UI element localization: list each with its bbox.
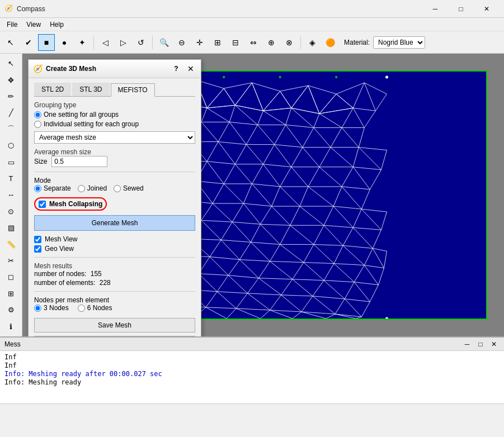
- svg-marker-45: [235, 164, 263, 184]
- mesh-size-dropdown[interactable]: Average mesh size: [34, 131, 195, 144]
- menu-file[interactable]: File: [2, 20, 22, 30]
- radio-one-setting-label[interactable]: One setting for all groups: [44, 111, 119, 118]
- svg-marker-64: [333, 206, 361, 227]
- toolbar-star[interactable]: ✦: [74, 34, 91, 51]
- mode-separate-radio[interactable]: [34, 185, 41, 192]
- sidebar-move[interactable]: ✥: [3, 72, 20, 87]
- toolbar-square[interactable]: ■: [38, 34, 55, 51]
- mode-joined-radio[interactable]: [78, 185, 85, 192]
- sidebar-arc[interactable]: ⌒: [3, 122, 20, 137]
- geo-view-checkbox[interactable]: [34, 245, 41, 253]
- three-nodes-radio[interactable]: [34, 305, 41, 312]
- menu-help[interactable]: Help: [45, 20, 68, 30]
- sidebar-rect[interactable]: ▭: [3, 154, 20, 169]
- radio-one-setting-input[interactable]: [34, 111, 41, 118]
- svg-marker-70: [290, 225, 324, 244]
- svg-marker-26: [229, 122, 257, 144]
- toolbar-3d[interactable]: ⊕: [263, 34, 280, 51]
- menu-view[interactable]: View: [22, 20, 45, 30]
- svg-marker-38: [303, 148, 331, 167]
- tab-mefisto[interactable]: MEFISTO: [111, 83, 155, 97]
- toolbar-rotate[interactable]: ⊟: [227, 34, 244, 51]
- svg-marker-7: [336, 83, 364, 108]
- toolbar-sep-1: [93, 36, 94, 49]
- toolbar-arrow[interactable]: ↖: [2, 34, 19, 51]
- save-mesh-button[interactable]: Save Mesh: [34, 318, 195, 332]
- svg-marker-68: [232, 222, 260, 242]
- mode-sewed-label[interactable]: Sewed: [123, 184, 144, 192]
- toolbar-zoom-out[interactable]: ⊖: [173, 34, 190, 51]
- toolbar-color[interactable]: 🟠: [322, 34, 338, 51]
- svg-marker-92: [228, 276, 258, 293]
- sidebar-scissors[interactable]: ✂: [3, 253, 20, 268]
- mesh-collapsing-label[interactable]: Mesh Collapsing: [49, 200, 102, 208]
- mesh-view-checkbox[interactable]: [34, 236, 41, 243]
- toolbar-node[interactable]: ◈: [304, 34, 321, 51]
- radio-individual-setting-input[interactable]: [34, 121, 41, 128]
- sidebar-grid[interactable]: ⊞: [3, 286, 20, 301]
- sidebar-draw[interactable]: ✏: [3, 89, 20, 104]
- mode-sewed-radio[interactable]: [114, 185, 121, 192]
- toolbar-circle[interactable]: ●: [56, 34, 73, 51]
- tab-stl3d[interactable]: STL 3D: [72, 83, 109, 96]
- log-content: Inf Inf Info: Meshing ready after 00:00.…: [0, 351, 504, 403]
- minimize-button[interactable]: ─: [422, 0, 448, 18]
- mesh-results-section: Mesh results number of nodes: 155 number…: [34, 262, 195, 287]
- svg-marker-19: [291, 86, 319, 113]
- mesh-collapsing-checkbox[interactable]: [39, 201, 46, 208]
- sidebar-measure[interactable]: 📏: [3, 236, 20, 251]
- close-dialog-button[interactable]: Close: [34, 336, 195, 336]
- toolbar-forward[interactable]: ▷: [115, 34, 131, 51]
- sidebar-eraser[interactable]: ◻: [3, 269, 20, 284]
- toolbar-back[interactable]: ◁: [97, 34, 114, 51]
- mode-row: Separate Joined Sewed: [34, 184, 195, 194]
- sidebar-settings[interactable]: ⚙: [3, 302, 20, 317]
- mode-joined-label[interactable]: Joined: [87, 184, 107, 192]
- mode-sewed: Sewed: [114, 184, 144, 192]
- material-select[interactable]: Nogrid Blue: [373, 36, 425, 49]
- sidebar-text[interactable]: T: [3, 171, 20, 186]
- log-minimize-button[interactable]: ─: [461, 339, 473, 350]
- sidebar-polygon[interactable]: ⬡: [3, 138, 20, 153]
- mode-separate-label[interactable]: Separate: [44, 184, 71, 192]
- svg-marker-14: [207, 105, 235, 122]
- maximize-button[interactable]: □: [448, 0, 474, 18]
- sidebar-line[interactable]: ╱: [3, 105, 20, 120]
- radio-individual-setting: Individual setting for each group: [34, 120, 195, 128]
- sidebar-info[interactable]: ℹ: [3, 319, 20, 334]
- toolbar-refresh[interactable]: ↺: [133, 34, 149, 51]
- svg-marker-87: [334, 264, 364, 282]
- toolbar-mesh[interactable]: ⊗: [281, 34, 298, 51]
- toolbar-pan[interactable]: ✛: [191, 34, 208, 51]
- dialog-help-button[interactable]: ?: [171, 63, 182, 74]
- log-restore-button[interactable]: □: [475, 339, 486, 350]
- sidebar-select[interactable]: ↖: [3, 56, 20, 71]
- six-nodes-label[interactable]: 6 Nodes: [87, 304, 112, 312]
- geo-view-label[interactable]: Geo View: [45, 245, 74, 253]
- log-line-0: Inf: [4, 353, 500, 361]
- svg-marker-98: [217, 292, 247, 308]
- toolbar-zoom-in[interactable]: 🔍: [156, 34, 172, 51]
- size-input[interactable]: [51, 156, 107, 167]
- toolbar-cursor[interactable]: ✔: [20, 34, 37, 51]
- log-close-button[interactable]: ✕: [488, 339, 500, 350]
- sidebar-dimension[interactable]: ↔: [3, 187, 20, 202]
- svg-marker-108: [302, 312, 335, 319]
- dialog-close-button[interactable]: ✕: [185, 63, 196, 74]
- tab-stl2d[interactable]: STL 2D: [34, 83, 71, 96]
- sidebar-snap[interactable]: ⊙: [3, 204, 20, 219]
- main-area: ↖ ✥ ✏ ╱ ⌒ ⬡ ▭ T ↔ ⊙ ▨ 📏 ✂ ◻ ⊞ ⚙ ℹ: [0, 54, 504, 336]
- svg-marker-105: [206, 307, 236, 319]
- dialog-body: STL 2D STL 3D MEFISTO Grouping type One …: [29, 78, 201, 336]
- svg-marker-52: [224, 184, 252, 203]
- three-nodes-label[interactable]: 3 Nodes: [44, 304, 69, 312]
- mesh-view-label[interactable]: Mesh View: [45, 235, 77, 243]
- sidebar-fill[interactable]: ▨: [3, 220, 20, 235]
- close-button[interactable]: ✕: [474, 0, 500, 18]
- generate-mesh-button[interactable]: Generate Mesh: [34, 215, 195, 231]
- svg-marker-4: [252, 83, 280, 111]
- radio-individual-setting-label[interactable]: Individual setting for each group: [44, 120, 139, 128]
- toolbar-select[interactable]: ⊞: [209, 34, 226, 51]
- six-nodes-radio[interactable]: [78, 305, 85, 312]
- toolbar-flip[interactable]: ⇔: [245, 34, 262, 51]
